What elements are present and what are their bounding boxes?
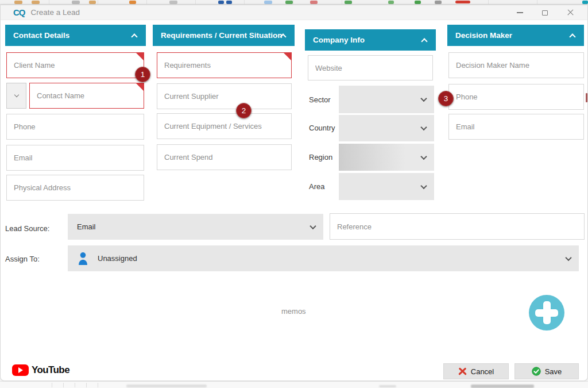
assign-to-select[interactable]: Unassigned (68, 245, 579, 271)
contact-phone-field (6, 114, 144, 140)
current-supplier-input[interactable] (157, 84, 291, 109)
background-bottom-sliver (0, 381, 588, 388)
section-header-contact-details[interactable]: Contact Details (5, 25, 146, 46)
create-lead-dialog: CQ Create a Lead Contact Details Require… (0, 5, 588, 381)
section-title: Decision Maker (455, 31, 512, 40)
requirements-input[interactable] (157, 53, 291, 78)
section-title: Requirements / Current Situation (161, 31, 283, 40)
annotation-badge-2: 2 (236, 103, 252, 118)
youtube-label: YouTube (32, 364, 69, 376)
chevron-down-icon (310, 222, 316, 229)
country-label: Country (309, 124, 335, 132)
reference-field (330, 213, 585, 240)
edge-marker (586, 93, 587, 102)
annotation-badge-1: 1 (135, 67, 150, 82)
add-memo-button[interactable] (529, 295, 564, 331)
sector-label: Sector (309, 95, 331, 104)
contact-title-combo[interactable] (6, 83, 26, 109)
chevron-down-icon (420, 95, 427, 102)
chevron-up-icon (569, 33, 575, 40)
chevron-up-icon (131, 33, 137, 40)
chevron-down-icon (420, 124, 427, 130)
reference-input[interactable] (330, 214, 584, 239)
website-field (308, 55, 433, 80)
chevron-down-icon (420, 182, 427, 189)
chevron-down-icon (565, 254, 571, 260)
minimize-icon (517, 12, 523, 13)
decision-maker-email-field (448, 114, 584, 140)
cancel-x-icon (458, 367, 467, 376)
country-select[interactable] (339, 115, 434, 141)
physical-address-input[interactable] (7, 175, 144, 200)
save-label: Save (545, 367, 562, 376)
person-icon (77, 251, 89, 266)
youtube-play-icon (12, 364, 29, 376)
screen: CQ Create a Lead Contact Details Require… (0, 0, 588, 388)
section-header-requirements[interactable]: Requirements / Current Situation (153, 25, 295, 46)
lead-source-label: Lead Source: (5, 224, 49, 233)
client-name-field (6, 52, 144, 78)
assign-to-value: Unassigned (98, 254, 137, 263)
close-button[interactable] (558, 5, 583, 20)
website-input[interactable] (308, 56, 432, 80)
cancel-label: Cancel (471, 367, 494, 376)
chevron-up-icon (421, 38, 427, 44)
current-supplier-field (157, 83, 292, 109)
region-label: Region (309, 153, 332, 162)
decision-maker-phone-input[interactable] (449, 84, 583, 109)
titlebar: CQ Create a Lead (1, 5, 587, 20)
area-select[interactable] (339, 173, 434, 200)
youtube-link[interactable]: YouTube (12, 364, 69, 376)
contact-email-input[interactable] (7, 145, 144, 170)
area-label: Area (309, 182, 324, 191)
assign-to-label: Assign To: (5, 255, 40, 263)
current-spend-input[interactable] (157, 145, 291, 170)
current-equipment-input[interactable] (157, 114, 291, 139)
chevron-down-icon (14, 93, 18, 97)
chevron-down-icon (420, 153, 427, 159)
contact-phone-input[interactable] (7, 114, 144, 139)
background-top-sliver (0, 0, 588, 5)
memos-label: memos (281, 307, 306, 316)
physical-address-field (6, 175, 144, 201)
section-header-decision-maker[interactable]: Decision Maker (447, 25, 584, 46)
current-spend-field (157, 144, 292, 170)
current-equipment-field (157, 113, 292, 139)
client-name-input[interactable] (7, 53, 144, 78)
save-button[interactable]: Save (514, 363, 579, 379)
section-title: Company Info (313, 36, 365, 44)
lead-source-select[interactable]: Email (68, 214, 323, 240)
region-select[interactable] (339, 144, 434, 171)
decision-maker-name-field (448, 52, 584, 78)
section-header-company-info[interactable]: Company Info (305, 29, 436, 51)
cancel-button[interactable]: Cancel (443, 363, 509, 379)
decision-maker-email-input[interactable] (449, 114, 583, 139)
maximize-button[interactable] (532, 5, 558, 20)
sector-select[interactable] (339, 86, 434, 113)
section-title: Contact Details (13, 31, 69, 40)
window-controls (507, 5, 583, 20)
contact-name-input[interactable] (30, 83, 144, 108)
minimize-button[interactable] (507, 5, 532, 20)
decision-maker-name-input[interactable] (449, 53, 583, 78)
contact-email-field (6, 145, 144, 171)
save-check-icon (532, 367, 541, 376)
annotation-badge-3: 3 (438, 91, 454, 106)
app-logo: CQ (13, 7, 25, 17)
decision-maker-phone-field (448, 84, 584, 110)
contact-name-field (29, 83, 144, 109)
maximize-icon (542, 10, 548, 16)
lead-source-value: Email (77, 222, 96, 231)
requirements-field (157, 52, 292, 78)
window-title: Create a Lead (31, 8, 80, 17)
